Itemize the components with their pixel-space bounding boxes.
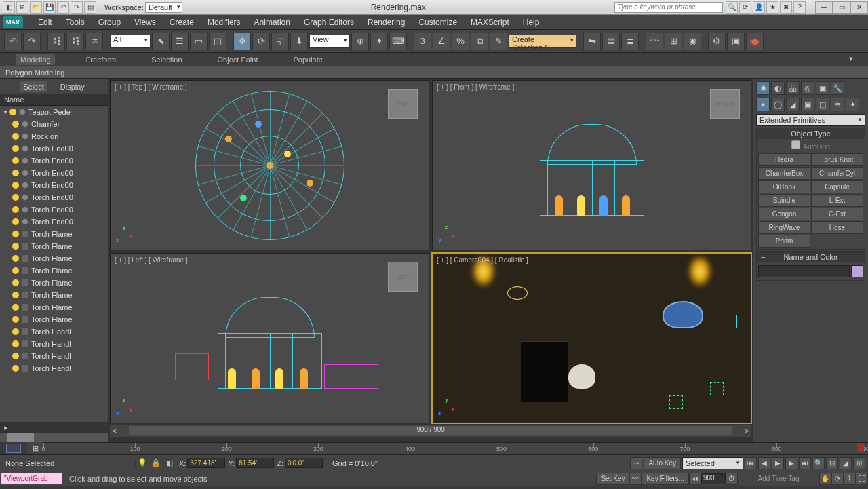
close-button[interactable]: ✕ <box>850 1 868 14</box>
modify-tab-icon[interactable]: ◐ <box>771 81 785 95</box>
isolate-icon[interactable]: 💡 <box>136 458 149 467</box>
render-setup-button[interactable]: ⚙ <box>708 33 726 50</box>
select-name-button[interactable]: ☰ <box>171 33 189 50</box>
lights-cat-icon[interactable]: ◢ <box>786 98 800 111</box>
tree-item[interactable]: Rock on <box>0 130 108 142</box>
viewcube[interactable]: TOP <box>388 89 418 119</box>
material-editor-button[interactable]: ◉ <box>684 33 701 50</box>
editnamed-button[interactable]: ✎ <box>490 33 507 50</box>
tree-root[interactable]: ▾Teapot Pede <box>0 106 108 118</box>
select-rect-button[interactable]: ▭ <box>190 33 208 50</box>
ribbon-tab-modeling[interactable]: Modeling <box>16 54 55 65</box>
ribbon-min-button[interactable]: ▾ <box>849 54 863 65</box>
app-icon[interactable]: ◧ <box>3 1 15 14</box>
minimize-button[interactable]: — <box>815 1 833 14</box>
slider-next-icon[interactable]: > <box>742 427 751 435</box>
menu-group[interactable]: Group <box>92 16 127 29</box>
unlink-button[interactable]: ⛓̸ <box>66 33 84 50</box>
tree-item[interactable]: Torch End00 <box>0 191 108 203</box>
create-hose-button[interactable]: Hose <box>811 221 863 234</box>
tree-item[interactable]: Torch End00 <box>0 203 108 216</box>
prev-frame-icon[interactable]: ◀ <box>758 457 770 469</box>
viewport-top[interactable]: [ + ] [ Top ] [ Wireframe ] TOP xyz <box>110 80 429 250</box>
goto-start-icon[interactable]: ⏮ <box>745 457 757 469</box>
create-subcategory-combo[interactable]: Extended Primitives <box>756 114 865 126</box>
render-frame-button[interactable]: ▣ <box>727 33 745 50</box>
undo-qat-icon[interactable]: ↶ <box>57 1 69 14</box>
menu-help[interactable]: Help <box>516 16 547 29</box>
viewport-label[interactable]: [ + ] [ Left ] [ Wireframe ] <box>115 256 188 264</box>
create-torusknot-button[interactable]: Torus Knot <box>811 153 863 166</box>
nav-zoomext-icon[interactable]: ⊞ <box>853 457 865 469</box>
menu-grapheditors[interactable]: Graph Editors <box>297 16 361 29</box>
spacewarps-cat-icon[interactable]: ≋ <box>831 98 844 111</box>
tree-item[interactable]: Torch Flame <box>0 240 108 252</box>
object-name-input[interactable] <box>758 265 850 277</box>
current-frame-input[interactable]: 900 <box>701 473 726 484</box>
autogrid-checkbox[interactable]: AutoGrid <box>757 139 865 152</box>
nav-walk-icon[interactable]: 🚶 <box>844 473 856 485</box>
tree-item[interactable]: Torch End00 <box>0 142 108 155</box>
refcoord-combo[interactable]: View <box>309 35 350 48</box>
spinner-snap-button[interactable]: ⧉ <box>471 33 488 50</box>
explorer-tab-select[interactable]: Select <box>20 81 47 92</box>
timeconfig-icon[interactable]: ⊸ <box>630 457 642 469</box>
helpers-cat-icon[interactable]: ◫ <box>816 98 829 111</box>
tree-item[interactable]: Torch Flame <box>0 301 108 313</box>
tree-item[interactable]: Torch End00 <box>0 167 108 179</box>
app-menu-button[interactable]: MAX <box>3 16 23 28</box>
pivot-center-button[interactable]: ⊕ <box>351 33 369 50</box>
menu-tools[interactable]: Tools <box>59 16 92 29</box>
explorer-hscroll[interactable] <box>0 433 108 442</box>
align-button[interactable]: ▤ <box>602 33 620 50</box>
play-icon[interactable]: ▶ <box>772 457 784 469</box>
create-lext-button[interactable]: L-Ext <box>811 194 863 207</box>
rollout-header[interactable]: Object Type <box>757 128 865 139</box>
snap-toggle-button[interactable]: 3 <box>414 33 431 50</box>
bind-spacewarp-button[interactable]: ≋ <box>85 33 103 50</box>
save-icon[interactable]: 💾 <box>43 1 56 14</box>
rotate-button[interactable]: ⟳ <box>252 33 270 50</box>
maxscript-listener[interactable]: "ViewportGrab <box>1 473 62 484</box>
z-input[interactable]: 0'0.0" <box>285 458 323 468</box>
tree-item[interactable]: Chamfer <box>0 118 108 130</box>
selection-lock-icon[interactable]: 🔒 <box>149 458 163 467</box>
menu-modifiers[interactable]: Modifiers <box>201 16 248 29</box>
menu-animation[interactable]: Animation <box>248 16 297 29</box>
curve-editor-button[interactable]: 〰 <box>646 33 663 50</box>
create-oiltank-button[interactable]: OilTank <box>758 180 810 193</box>
time-slider[interactable]: < 900 / 900 > <box>110 425 751 437</box>
window-crossing-button[interactable]: ◫ <box>209 33 226 50</box>
viewport-layout-button[interactable] <box>0 442 27 454</box>
viewport-label[interactable]: [ + ] [ Camera004 ] [ Realistic ] <box>437 256 528 264</box>
geometry-cat-icon[interactable]: ● <box>756 98 770 111</box>
keytangent-icon[interactable]: 〰 <box>629 473 642 485</box>
create-tab-icon[interactable]: ✹ <box>756 81 770 95</box>
systems-cat-icon[interactable]: ✦ <box>846 98 859 111</box>
nav-pan-icon[interactable]: ✋ <box>819 473 831 485</box>
open-icon[interactable]: 📂 <box>30 1 42 14</box>
project-icon[interactable]: ▤ <box>84 1 96 14</box>
tree-item[interactable]: Torch Flame <box>0 277 108 289</box>
tree-item[interactable]: Torch Flame <box>0 289 108 301</box>
x-input[interactable]: 327.418' <box>187 458 225 468</box>
nav-fov-icon[interactable]: ◢ <box>840 457 852 469</box>
tree-item[interactable]: Torch Handl <box>0 326 108 338</box>
link-button[interactable]: ⛓ <box>47 33 65 50</box>
object-color-swatch[interactable] <box>851 265 863 277</box>
tree-item[interactable]: Torch Flame <box>0 313 108 326</box>
menu-customize[interactable]: Customize <box>412 16 464 29</box>
scale-button[interactable]: ◱ <box>271 33 289 50</box>
abs-rel-icon[interactable]: ◧ <box>163 458 176 467</box>
menu-create[interactable]: Create <box>163 16 201 29</box>
menu-rendering[interactable]: Rendering <box>361 16 412 29</box>
selection-filter-combo[interactable]: All <box>110 35 151 48</box>
create-chamferbox-button[interactable]: ChamferBox <box>758 167 810 180</box>
layers-button[interactable]: ≣ <box>621 33 639 50</box>
nav-orbit-icon[interactable]: ⟳ <box>831 473 844 485</box>
search-icon[interactable]: 🔍 <box>726 1 738 14</box>
create-prism-button[interactable]: Prism <box>758 235 810 248</box>
cameras-cat-icon[interactable]: ▣ <box>801 98 814 111</box>
tree-item[interactable]: Torch End00 <box>0 179 108 191</box>
manipulate-button[interactable]: ✦ <box>370 33 388 50</box>
